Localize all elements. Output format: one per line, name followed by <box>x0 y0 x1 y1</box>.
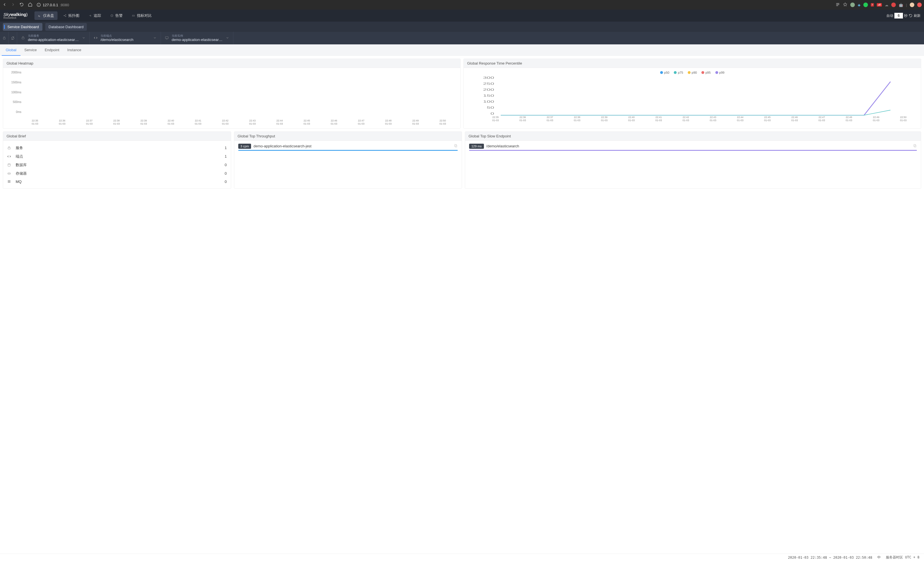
nav-item-0[interactable]: 仪表盘 <box>34 11 57 20</box>
scope-tab-service[interactable]: Service <box>21 44 41 56</box>
rank-item[interactable]: 3 cpmdemo-application-elasticsearch-jest <box>238 144 458 151</box>
svg-rect-22 <box>454 144 456 147</box>
brief-row: MQ0 <box>7 178 227 186</box>
database-icon <box>7 163 13 167</box>
svg-point-3 <box>66 16 66 17</box>
nav-item-4[interactable]: 指标对比 <box>128 11 155 20</box>
reader-icon[interactable] <box>836 2 840 7</box>
logo: Skywalking) Rocketbot <box>3 12 28 19</box>
svg-rect-21 <box>455 145 457 147</box>
svg-text:300: 300 <box>483 76 494 79</box>
top-throughput-card: Global Top Throughput 3 cpmdemo-applicat… <box>234 132 462 188</box>
svg-rect-5 <box>3 38 5 39</box>
scope-tab-instance[interactable]: Instance <box>63 44 85 56</box>
rank-name: demo-application-elasticsearch-jest <box>254 144 452 148</box>
heatmap-chart: 2000ms1500ms1000ms500ms0ms <box>7 71 456 119</box>
svg-point-20 <box>10 173 10 174</box>
refresh-interval-input[interactable] <box>894 13 903 18</box>
svg-point-18 <box>8 173 9 174</box>
scope-tab-global[interactable]: Global <box>2 44 21 56</box>
card-title: Global Top Throughput <box>238 134 275 138</box>
address-bar[interactable]: 127.0.0.1:8080 <box>36 3 831 7</box>
rank-badge: 3 cpm <box>238 144 251 149</box>
mq-icon <box>7 180 13 184</box>
nav-item-3[interactable]: 告警 <box>107 11 126 20</box>
svg-point-1 <box>64 15 64 16</box>
card-title: Global Brief <box>6 134 26 138</box>
scope-tab-endpoint[interactable]: Endpoint <box>41 44 63 56</box>
forward-icon[interactable] <box>11 2 15 7</box>
svg-rect-24 <box>914 144 915 147</box>
svg-text:0: 0 <box>490 112 494 115</box>
rank-name: /demo/elasticsearch <box>486 144 910 148</box>
ext-icon[interactable] <box>863 3 868 7</box>
legend-item[interactable]: p90 <box>688 71 697 74</box>
svg-text:100: 100 <box>483 100 494 103</box>
svg-text:250: 250 <box>483 82 494 85</box>
percentile-card: Global Response Time Percentile p50p75p9… <box>464 58 921 129</box>
cache-icon <box>7 172 13 175</box>
svg-rect-7 <box>165 36 168 38</box>
svg-point-16 <box>8 163 10 165</box>
reload-icon[interactable] <box>20 2 24 7</box>
svg-text:50: 50 <box>487 106 494 109</box>
legend-item[interactable]: p99 <box>716 71 724 74</box>
dashboard-tab[interactable]: Service Dashboard <box>3 23 42 31</box>
service-icon <box>21 36 25 41</box>
endpoint-selector[interactable]: 当前端点 /demo/elasticsearch <box>90 32 161 44</box>
nav-item-2[interactable]: 追踪 <box>85 11 105 20</box>
card-title: Global Heatmap <box>6 61 33 66</box>
selector-bar: 当前服务 demo-application-elasticsearc... 当前… <box>0 32 924 44</box>
ext-icon[interactable] <box>850 3 855 7</box>
legend-item[interactable]: p95 <box>701 71 711 74</box>
refresh-controls: 自动 秒 刷新 <box>886 13 921 18</box>
svg-rect-23 <box>914 145 916 147</box>
dashboard-tab[interactable]: Database Dashboard <box>45 23 87 31</box>
ext-icon[interactable] <box>917 3 922 7</box>
extension-icons: ◈ 7 off ☁ 🤖 | <box>836 2 922 7</box>
nav-item-1[interactable]: 拓扑图 <box>60 11 83 20</box>
refresh-icon[interactable] <box>909 13 913 18</box>
legend-item[interactable]: p75 <box>674 71 683 74</box>
global-brief-card: Global Brief 服务1端点1数据库0存储器0MQ0 <box>3 132 231 188</box>
service-icon <box>7 146 13 150</box>
ext-icon[interactable]: 7 <box>871 3 874 6</box>
dashboard-tabs: Service DashboardDatabase Dashboard <box>0 22 924 32</box>
url-host: 127.0.0.1 <box>43 3 58 7</box>
ext-icon[interactable]: ☁ <box>885 3 888 7</box>
browser-chrome: 127.0.0.1:8080 ◈ 7 off ☁ 🤖 | <box>0 0 924 10</box>
rank-item[interactable]: 129 ms/demo/elasticsearch <box>469 144 917 151</box>
info-icon <box>36 3 41 7</box>
home-icon[interactable] <box>28 2 33 7</box>
svg-point-2 <box>66 15 66 15</box>
code-icon <box>94 36 98 41</box>
refresh-button[interactable]: 刷新 <box>914 13 921 18</box>
sync-icon[interactable] <box>9 32 17 44</box>
ext-icon[interactable]: 🤖 <box>898 3 903 7</box>
brief-row: 存储器0 <box>7 169 227 178</box>
chevron-down-icon <box>82 36 86 40</box>
chart-legend: p50p75p90p95p99 <box>468 71 917 74</box>
ext-icon[interactable]: ◈ <box>858 3 861 7</box>
card-title: Global Top Slow Endpoint <box>468 134 511 138</box>
copy-icon[interactable] <box>454 144 458 148</box>
instance-selector[interactable]: 当前实例 demo-application-elasticsearc... <box>161 32 233 44</box>
brief-row: 服务1 <box>7 144 227 152</box>
lock-icon[interactable] <box>0 32 9 44</box>
service-selector[interactable]: 当前服务 demo-application-elasticsearc... <box>17 32 90 44</box>
url-port: :8080 <box>60 3 69 7</box>
avatar-icon[interactable] <box>910 3 914 7</box>
rank-badge: 129 ms <box>469 144 484 149</box>
global-heatmap-card: Global Heatmap 2000ms1500ms1000ms500ms0m… <box>3 58 460 129</box>
copy-icon[interactable] <box>913 144 917 148</box>
endpoint-icon <box>7 154 13 159</box>
card-title: Global Response Time Percentile <box>467 61 522 66</box>
ext-icon[interactable]: off <box>877 3 882 6</box>
back-icon[interactable] <box>2 2 7 7</box>
ext-icon[interactable] <box>891 3 896 7</box>
legend-item[interactable]: p50 <box>660 71 669 74</box>
svg-rect-15 <box>8 147 10 149</box>
star-icon[interactable] <box>843 2 848 7</box>
percentile-chart: 300250200150100500 <box>468 76 917 116</box>
top-nav: Skywalking) Rocketbot 仪表盘拓扑图追踪告警指标对比 自动 … <box>0 10 924 22</box>
